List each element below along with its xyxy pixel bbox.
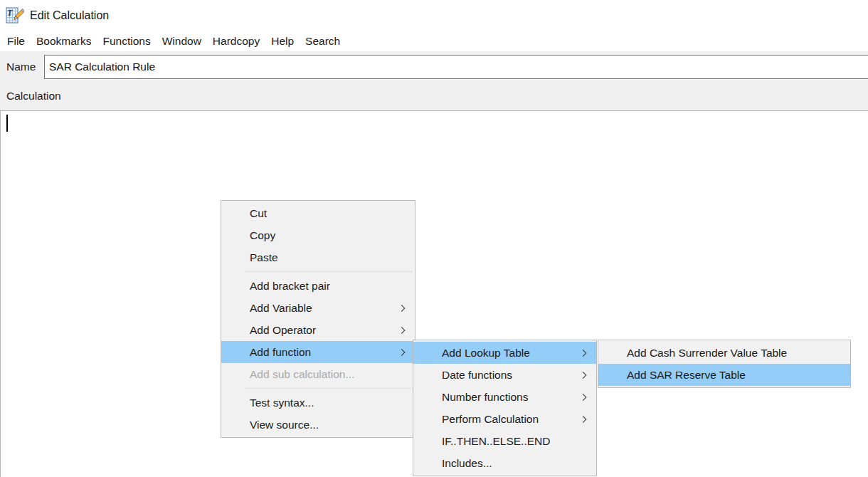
title-bar: T Edit Calculation (0, 0, 868, 31)
menu-item-add-sub-calculation: Add sub calculation... (221, 363, 415, 385)
menu-separator (245, 388, 413, 389)
menu-item-paste[interactable]: Paste (221, 246, 415, 268)
submenu-arrow-icon (580, 394, 587, 401)
submenu-arrow-icon (398, 305, 406, 312)
menu-item-add-cash-surrender-value-table[interactable]: Add Cash Surrender Value Table (598, 342, 850, 364)
menubar-item-bookmarks[interactable]: Bookmarks (31, 33, 97, 50)
menu-item-copy[interactable]: Copy (221, 224, 415, 246)
menubar-item-functions[interactable]: Functions (97, 33, 157, 50)
menu-item-add-function[interactable]: Add function (221, 341, 415, 363)
add-function-submenu: Add Lookup Table Date functions Number f… (413, 340, 597, 476)
menu-item-view-source[interactable]: View source... (221, 414, 415, 436)
context-menu: Cut Copy Paste Add bracket pair Add Vari… (221, 200, 416, 438)
menu-item-add-operator[interactable]: Add Operator (221, 319, 415, 341)
menu-bar: File Bookmarks Functions Window Hardcopy… (0, 31, 868, 51)
menu-item-test-syntax[interactable]: Test syntax... (221, 392, 415, 414)
submenu-arrow-icon (580, 350, 587, 357)
submenu-arrow-icon (398, 327, 406, 334)
menubar-item-help[interactable]: Help (265, 33, 300, 50)
form-area: Name Calculation (0, 51, 868, 110)
menu-item-add-variable[interactable]: Add Variable (221, 297, 415, 319)
menu-item-perform-calculation[interactable]: Perform Calculation (413, 408, 596, 430)
submenu-arrow-icon (580, 416, 587, 423)
menubar-item-window[interactable]: Window (157, 33, 207, 50)
menu-item-add-lookup-table[interactable]: Add Lookup Table (413, 342, 596, 364)
calculation-label: Calculation (0, 90, 61, 103)
app-window: T Edit Calculation File Bookmarks Functi… (0, 0, 868, 477)
submenu-arrow-icon (398, 349, 406, 356)
menu-item-date-functions[interactable]: Date functions (413, 364, 596, 386)
menu-separator (245, 271, 413, 272)
name-label: Name (0, 61, 44, 73)
calculation-label-row: Calculation (0, 82, 868, 110)
menu-item-if-then-else-end[interactable]: IF..THEN..ELSE..END (413, 430, 596, 452)
window-title: Edit Calculation (30, 9, 109, 22)
add-lookup-table-submenu: Add Cash Surrender Value Table Add SAR R… (598, 340, 851, 388)
svg-text:T: T (7, 8, 13, 18)
menu-item-add-bracket-pair[interactable]: Add bracket pair (221, 275, 415, 297)
menu-item-number-functions[interactable]: Number functions (413, 386, 596, 408)
menu-item-cut[interactable]: Cut (221, 202, 415, 224)
submenu-arrow-icon (580, 372, 587, 379)
menu-item-add-sar-reserve-table[interactable]: Add SAR Reserve Table (598, 364, 850, 386)
menubar-item-search[interactable]: Search (300, 33, 346, 50)
name-row: Name (0, 51, 868, 82)
menubar-item-file[interactable]: File (1, 33, 31, 50)
menubar-item-hardcopy[interactable]: Hardcopy (207, 33, 265, 50)
text-caret (6, 115, 8, 132)
menu-item-includes[interactable]: Includes... (413, 452, 596, 474)
table-edit-icon: T (6, 6, 24, 25)
name-input[interactable] (44, 55, 868, 79)
